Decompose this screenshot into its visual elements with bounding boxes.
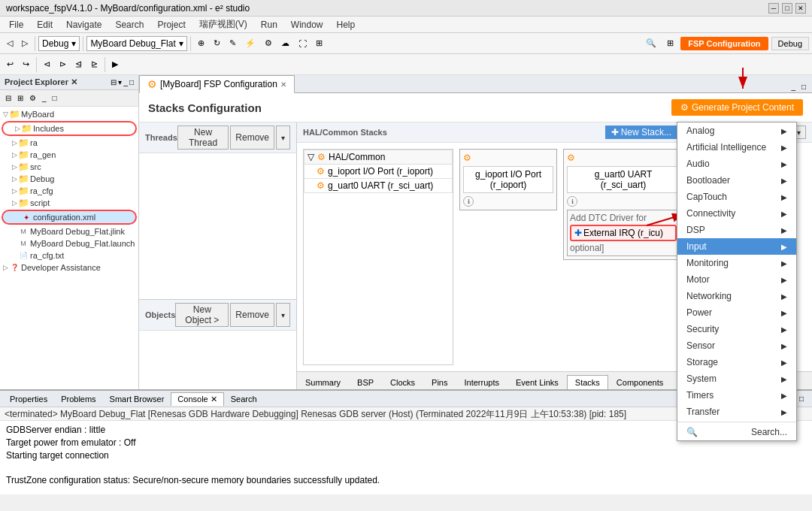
console-tab-console[interactable]: Console ✕ bbox=[171, 392, 223, 406]
uart-info-icon[interactable]: ℹ bbox=[567, 196, 577, 207]
ctx-storage[interactable]: Storage ▶ bbox=[677, 354, 796, 370]
tb-btn-8[interactable]: ⊞ bbox=[312, 36, 326, 50]
tab-summary[interactable]: Summary bbox=[297, 375, 349, 389]
generate-project-content-button[interactable]: ⚙ Generate Project Content bbox=[671, 99, 803, 116]
ctx-sensor[interactable]: Sensor ▶ bbox=[677, 337, 796, 354]
tree-item-jlink[interactable]: M MyBoard Debug_Flat.jlink bbox=[0, 225, 138, 237]
tree-item-debug[interactable]: ▷ 📁 Debug bbox=[0, 173, 138, 185]
console-tab-problems[interactable]: Problems bbox=[54, 392, 102, 406]
close-button[interactable]: ✕ bbox=[795, 3, 806, 14]
menu-help[interactable]: Help bbox=[331, 18, 362, 32]
tab-clocks[interactable]: Clocks bbox=[382, 375, 423, 389]
search-button[interactable]: 🔍 bbox=[642, 36, 660, 50]
minimize-panel-btn[interactable]: _ bbox=[788, 81, 798, 92]
pe-menu-icon[interactable]: ▾ bbox=[118, 78, 122, 86]
stack-box-ioport[interactable]: ⚙ g_ioport I/O Port (r_ioport) ℹ bbox=[459, 149, 557, 210]
config-dropdown[interactable]: MyBoard Debug_Flat ▾ bbox=[86, 36, 186, 51]
pe-toolbar-btn2[interactable]: ⊞ bbox=[15, 93, 26, 103]
tb-btn-1[interactable]: ⊕ bbox=[194, 36, 208, 50]
remove-thread-button[interactable]: Remove bbox=[230, 125, 274, 150]
nav-btn2[interactable]: ⊳ bbox=[56, 57, 70, 71]
nav-btn3[interactable]: ⊴ bbox=[71, 57, 86, 71]
tab-pins[interactable]: Pins bbox=[423, 375, 456, 389]
ctx-audio[interactable]: Audio ▶ bbox=[677, 156, 796, 172]
debug-dropdown[interactable]: Debug ▾ bbox=[38, 36, 80, 51]
ctx-motor[interactable]: Motor ▶ bbox=[677, 271, 796, 288]
forward-button[interactable]: ▷ bbox=[18, 36, 32, 50]
tab-close-button[interactable]: ✕ bbox=[280, 80, 286, 89]
fsp-config-tab[interactable]: ⚙ [MyBoard] FSP Configuration ✕ bbox=[139, 75, 295, 93]
console-tab-search[interactable]: Search bbox=[224, 392, 264, 406]
layout-button[interactable]: ⊞ bbox=[663, 36, 677, 50]
tree-item-script[interactable]: ▷ 📁 script bbox=[0, 197, 138, 209]
ctx-security[interactable]: Security ▶ bbox=[677, 321, 796, 337]
menu-file[interactable]: File bbox=[3, 18, 29, 32]
new-thread-button[interactable]: New Thread bbox=[177, 125, 229, 150]
ctx-connectivity[interactable]: Connectivity ▶ bbox=[677, 205, 796, 222]
undo-button[interactable]: ↩ bbox=[3, 57, 17, 71]
ctx-search[interactable]: 🔍 Search... bbox=[677, 424, 796, 440]
pe-collapse-icon[interactable]: ⊟ bbox=[111, 78, 117, 86]
back-button[interactable]: ◁ bbox=[3, 36, 17, 50]
console-maximize-btn[interactable]: □ bbox=[797, 394, 806, 404]
tree-item-developer-assistance[interactable]: ▷ ❓ Developer Assistance bbox=[0, 262, 138, 274]
hal-item-ioport[interactable]: ⚙ g_ioport I/O Port (r_ioport) bbox=[304, 165, 453, 179]
tab-components[interactable]: Components bbox=[608, 375, 671, 389]
nav-btn4[interactable]: ⊵ bbox=[87, 57, 102, 71]
hal-common-header[interactable]: ▽ ⚙ HAL/Common bbox=[304, 150, 453, 165]
hal-item-uart[interactable]: ⚙ g_uart0 UART (r_sci_uart) bbox=[304, 179, 453, 193]
console-tab-smart-browser[interactable]: Smart Browser bbox=[103, 392, 171, 406]
new-stack-button[interactable]: ✚ New Stack... bbox=[605, 125, 677, 139]
pe-minimize-icon[interactable]: _ bbox=[123, 78, 128, 86]
tb-btn-2[interactable]: ↻ bbox=[210, 36, 224, 50]
pe-toolbar-btn1[interactable]: ⊟ bbox=[3, 93, 14, 103]
ctx-ai[interactable]: Artificial Intelligence ▶ bbox=[677, 139, 796, 156]
tree-item-ra-cfg[interactable]: ▷ 📁 ra_cfg bbox=[0, 185, 138, 197]
ctx-input[interactable]: Input ▶ bbox=[677, 238, 796, 255]
ctx-bootloader[interactable]: Bootloader ▶ bbox=[677, 172, 796, 189]
stack-box-item-ioport[interactable]: g_ioport I/O Port (r_ioport) bbox=[463, 166, 553, 193]
tab-stacks[interactable]: Stacks bbox=[567, 375, 608, 389]
tab-event-links[interactable]: Event Links bbox=[508, 375, 567, 389]
tree-item-ra[interactable]: ▷ 📁 ra bbox=[0, 137, 138, 149]
run-btn[interactable]: ▶ bbox=[108, 57, 122, 71]
objects-menu-button[interactable]: ▾ bbox=[276, 303, 290, 327]
tb-btn-6[interactable]: ☁ bbox=[277, 36, 293, 50]
debug-top-button[interactable]: Debug bbox=[771, 37, 809, 50]
menu-navigate[interactable]: Navigate bbox=[60, 18, 108, 32]
tb-btn-5[interactable]: ⚙ bbox=[261, 36, 276, 50]
stack-box-item-uart[interactable]: g_uart0 UART (r_sci_uart) bbox=[567, 166, 680, 193]
tb-btn-4[interactable]: ⚡ bbox=[241, 36, 259, 50]
stack-box-uart[interactable]: ⚙ g_uart0 UART (r_sci_uart) ℹ Add DTC Dr… bbox=[563, 149, 683, 260]
ctx-transfer[interactable]: Transfer ▶ bbox=[677, 404, 796, 420]
threads-menu-button[interactable]: ▾ bbox=[276, 125, 290, 150]
tree-item-src[interactable]: ▷ 📁 src bbox=[0, 161, 138, 173]
fsp-configuration-button[interactable]: FSP Configuration bbox=[680, 37, 768, 50]
ctx-networking[interactable]: Networking ▶ bbox=[677, 288, 796, 304]
ctx-analog[interactable]: Analog ▶ bbox=[677, 122, 796, 139]
ioport-info-icon[interactable]: ℹ bbox=[463, 196, 474, 207]
menu-edit[interactable]: Edit bbox=[31, 18, 59, 32]
nav-btn1[interactable]: ⊲ bbox=[40, 57, 54, 71]
tb-btn-3[interactable]: ✎ bbox=[226, 36, 240, 50]
pe-toolbar-btn5[interactable]: □ bbox=[50, 93, 59, 103]
new-object-button[interactable]: New Object > bbox=[175, 303, 229, 327]
tree-item-ra-cfg-txt[interactable]: 📄 ra_cfg.txt bbox=[0, 249, 138, 262]
tree-item-includes[interactable]: ▷ 📁 Includes bbox=[2, 121, 137, 136]
ctx-monitoring[interactable]: Monitoring ▶ bbox=[677, 255, 796, 271]
pe-toolbar-btn4[interactable]: _ bbox=[40, 93, 49, 103]
console-tab-properties[interactable]: Properties bbox=[3, 392, 54, 406]
tab-bsp[interactable]: BSP bbox=[349, 375, 382, 389]
tree-item-configuration-xml[interactable]: ✦ configuration.xml bbox=[2, 210, 137, 225]
remove-object-button[interactable]: Remove bbox=[230, 303, 274, 327]
menu-run[interactable]: Run bbox=[255, 18, 283, 32]
ctx-dsp[interactable]: DSP ▶ bbox=[677, 222, 796, 238]
menu-window[interactable]: Window bbox=[285, 18, 329, 32]
redo-button[interactable]: ↪ bbox=[19, 57, 33, 71]
ctx-system[interactable]: System ▶ bbox=[677, 370, 796, 387]
ctx-power[interactable]: Power ▶ bbox=[677, 304, 796, 321]
maximize-panel-btn[interactable]: □ bbox=[798, 81, 809, 92]
tree-item-ra-gen[interactable]: ▷ 📁 ra_gen bbox=[0, 149, 138, 161]
menu-renesas-view[interactable]: 瑞萨视图(V) bbox=[193, 17, 253, 32]
tb-btn-7[interactable]: ⛶ bbox=[295, 37, 311, 50]
